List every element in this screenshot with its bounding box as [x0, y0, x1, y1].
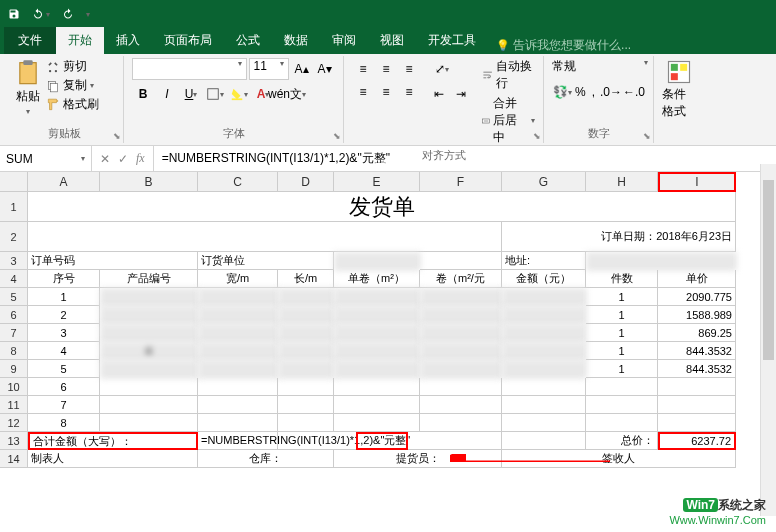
cell[interactable] — [278, 360, 334, 378]
col-header-D[interactable]: D — [278, 172, 334, 192]
align-center-icon[interactable]: ≡ — [375, 81, 397, 103]
cell-prod[interactable] — [100, 288, 198, 306]
cell-qty[interactable] — [586, 396, 658, 414]
spreadsheet-grid[interactable]: ABCDEFGHI 1234567891011121314 发货单订单日期：20… — [0, 172, 776, 516]
cell-header-5[interactable]: 卷（m²/元 — [420, 270, 502, 288]
clipboard-expand-icon[interactable]: ⬊ — [113, 131, 121, 141]
align-right-icon[interactable]: ≡ — [398, 81, 420, 103]
align-middle-icon[interactable]: ≡ — [375, 58, 397, 80]
italic-button[interactable]: I — [156, 83, 178, 105]
cell-seq[interactable]: 2 — [28, 306, 100, 324]
col-header-H[interactable]: H — [586, 172, 658, 192]
cell[interactable] — [198, 342, 278, 360]
fill-color-button[interactable]: ▾ — [228, 83, 250, 105]
cell[interactable] — [420, 306, 502, 324]
col-header-I[interactable]: I — [658, 172, 736, 192]
cell[interactable] — [334, 306, 420, 324]
cell[interactable] — [420, 342, 502, 360]
cell-seq[interactable]: 1 — [28, 288, 100, 306]
cell-prod[interactable] — [100, 360, 198, 378]
cell-price[interactable]: 869.25 — [658, 324, 736, 342]
cell[interactable] — [420, 252, 502, 270]
cell[interactable] — [334, 414, 420, 432]
cell[interactable] — [420, 378, 502, 396]
name-box[interactable]: ▾ — [0, 146, 92, 171]
cell-qty[interactable] — [586, 414, 658, 432]
col-header-E[interactable]: E — [334, 172, 420, 192]
increase-font-icon[interactable]: A▴ — [291, 58, 312, 80]
tab-home[interactable]: 开始 — [56, 27, 104, 54]
cell[interactable] — [334, 324, 420, 342]
cell-header-3[interactable]: 长/m — [278, 270, 334, 288]
cell[interactable] — [198, 288, 278, 306]
cell[interactable] — [502, 324, 586, 342]
cell-order-no-label[interactable]: 订单号码 — [28, 252, 198, 270]
cell-total-formula[interactable]: =NUMBERSTRING(INT(I13/1)*1,2)&"元整" — [198, 432, 502, 450]
cell-total-price-label[interactable]: 总价： — [586, 432, 658, 450]
cell[interactable] — [502, 288, 586, 306]
cell-header-4[interactable]: 单卷（m²） — [334, 270, 420, 288]
cell[interactable] — [278, 324, 334, 342]
save-icon[interactable] — [8, 8, 20, 20]
cell[interactable] — [334, 378, 420, 396]
cell-total-price[interactable]: 6237.72 — [658, 432, 736, 450]
row-header-7[interactable]: 7 — [0, 324, 28, 342]
row-header-6[interactable]: 6 — [0, 306, 28, 324]
row-header-12[interactable]: 12 — [0, 414, 28, 432]
cell[interactable] — [334, 396, 420, 414]
row-header-8[interactable]: 8 — [0, 342, 28, 360]
cell[interactable] — [334, 342, 420, 360]
row-header-2[interactable]: 2 — [0, 222, 28, 252]
cell[interactable] — [278, 306, 334, 324]
number-expand-icon[interactable]: ⬊ — [643, 131, 651, 141]
cell-seq[interactable]: 3 — [28, 324, 100, 342]
cell-order-date[interactable]: 订单日期：2018年6月23日 — [420, 222, 736, 252]
font-expand-icon[interactable]: ⬊ — [333, 131, 341, 141]
cell-seq[interactable]: 4 — [28, 342, 100, 360]
cell-price[interactable] — [658, 378, 736, 396]
cell-price[interactable]: 844.3532 — [658, 342, 736, 360]
cell-header-7[interactable]: 件数 — [586, 270, 658, 288]
align-bottom-icon[interactable]: ≡ — [398, 58, 420, 80]
select-all-corner[interactable] — [0, 172, 28, 192]
tab-view[interactable]: 视图 — [368, 27, 416, 54]
wrap-text-button[interactable]: 自动换行 — [482, 58, 535, 92]
cell-maker[interactable]: 制表人 — [28, 450, 198, 468]
tell-me-search[interactable]: 💡 告诉我您想要做什么... — [496, 37, 631, 54]
decrease-font-icon[interactable]: A▾ — [314, 58, 335, 80]
cell[interactable] — [420, 360, 502, 378]
cell[interactable] — [420, 414, 502, 432]
cell-prod[interactable] — [100, 414, 198, 432]
row-header-3[interactable]: 3 — [0, 252, 28, 270]
row-header-11[interactable]: 11 — [0, 396, 28, 414]
tab-dev[interactable]: 开发工具 — [416, 27, 488, 54]
cell-addr-label[interactable]: 地址: — [502, 252, 586, 270]
increase-indent-icon[interactable]: ⇥ — [450, 83, 472, 105]
paste-button[interactable]: 粘贴 ▾ — [14, 58, 42, 124]
cell[interactable] — [420, 288, 502, 306]
cell-seq[interactable]: 7 — [28, 396, 100, 414]
cell-qty[interactable] — [586, 378, 658, 396]
phonetic-button[interactable]: wén文▾ — [276, 83, 298, 105]
cell-prod[interactable] — [100, 378, 198, 396]
cell[interactable] — [198, 324, 278, 342]
decrease-decimal-icon[interactable]: ←.0 — [623, 81, 645, 103]
format-painter-button[interactable]: 格式刷 — [46, 96, 99, 113]
cell-price[interactable]: 2090.775 — [658, 288, 736, 306]
col-header-B[interactable]: B — [100, 172, 198, 192]
row-header-1[interactable]: 1 — [0, 192, 28, 222]
cell[interactable] — [334, 360, 420, 378]
font-family-select[interactable]: ▾ — [132, 58, 247, 80]
cell-prod[interactable] — [100, 324, 198, 342]
row-header-9[interactable]: 9 — [0, 360, 28, 378]
merge-center-button[interactable]: 合并后居中▾ — [482, 95, 535, 146]
cell-header-0[interactable]: 序号 — [28, 270, 100, 288]
name-box-input[interactable] — [6, 152, 66, 166]
copy-button[interactable]: 复制▾ — [46, 77, 99, 94]
vertical-scrollbar[interactable] — [760, 164, 776, 516]
bold-button[interactable]: B — [132, 83, 154, 105]
cell[interactable] — [198, 378, 278, 396]
font-size-select[interactable]: 11 ▾ — [249, 58, 289, 80]
cell-qty[interactable]: 1 — [586, 342, 658, 360]
cell-header-8[interactable]: 单价 — [658, 270, 736, 288]
